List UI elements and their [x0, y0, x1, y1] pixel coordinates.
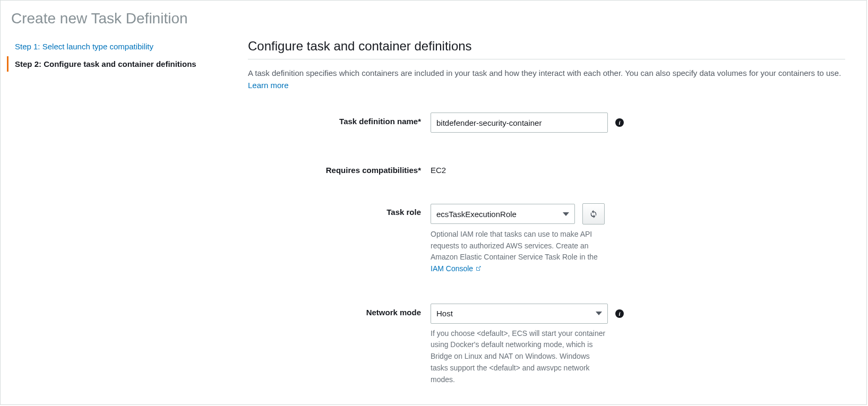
- label-task-role: Task role: [248, 203, 431, 217]
- section-divider: [248, 59, 845, 59]
- task-role-help: Optional IAM role that tasks can use to …: [431, 229, 608, 275]
- info-icon[interactable]: i: [615, 309, 624, 318]
- wizard-steps-sidebar: Step 1: Select launch type compatibility…: [1, 39, 248, 405]
- caret-down-icon: [596, 312, 602, 315]
- task-role-help-text: Optional IAM role that tasks can use to …: [431, 230, 598, 261]
- learn-more-link[interactable]: Learn more: [248, 81, 289, 90]
- main-panel: Configure task and container definitions…: [248, 39, 866, 405]
- network-mode-help: If you choose <default>, ECS will start …: [431, 328, 608, 385]
- refresh-button[interactable]: [582, 203, 605, 224]
- task-role-selected-value: ecsTaskExecutionRole: [436, 210, 517, 219]
- section-description-text: A task definition specifies which contai…: [248, 68, 841, 77]
- row-requires-compatibilities: Requires compatibilities* EC2: [248, 161, 845, 175]
- caret-down-icon: [563, 212, 569, 216]
- row-task-definition-name: Task definition name* i: [248, 113, 845, 133]
- section-description: A task definition specifies which contai…: [248, 67, 845, 91]
- row-network-mode: Network mode Host i If you choose <defau…: [248, 304, 845, 385]
- task-definition-name-input[interactable]: [431, 113, 608, 133]
- network-mode-select[interactable]: Host: [431, 304, 608, 324]
- iam-console-link[interactable]: IAM Console: [431, 264, 482, 273]
- section-title: Configure task and container definitions: [248, 39, 845, 54]
- label-task-definition-name: Task definition name*: [248, 113, 431, 126]
- external-link-icon: [475, 265, 482, 272]
- network-mode-selected-value: Host: [436, 309, 453, 318]
- wizard-step-2[interactable]: Step 2: Configure task and container def…: [7, 56, 248, 72]
- row-task-role: Task role ecsTaskExecutionRole: [248, 203, 845, 275]
- wizard-step-1[interactable]: Step 1: Select launch type compatibility: [7, 39, 248, 54]
- refresh-icon: [589, 210, 598, 218]
- label-network-mode: Network mode: [248, 304, 431, 317]
- info-icon[interactable]: i: [615, 118, 624, 127]
- task-role-select[interactable]: ecsTaskExecutionRole: [431, 204, 575, 224]
- label-requires-compatibilities: Requires compatibilities*: [248, 161, 431, 175]
- page-title: Create new Task Definition: [11, 10, 866, 27]
- requires-compatibilities-value: EC2: [431, 161, 446, 175]
